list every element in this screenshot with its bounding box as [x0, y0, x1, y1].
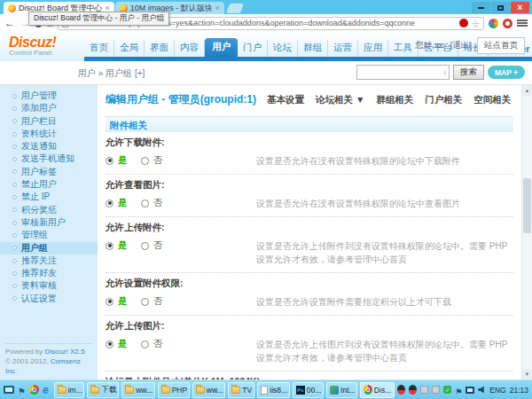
bookmark-star-icon[interactable]	[471, 15, 480, 31]
radio-yes-selected[interactable]	[106, 340, 113, 348]
tray-app-icon[interactable]	[420, 386, 428, 394]
new-tab-button[interactable]	[226, 4, 244, 13]
sidebar-item-user-fields[interactable]: 用户栏目	[0, 115, 98, 128]
nav-item-forum[interactable]: 论坛	[268, 40, 298, 57]
taskbar-button-iis-doc[interactable]: iis8...	[257, 382, 290, 398]
taskbar-button-tv[interactable]: TV	[228, 382, 254, 398]
radio-no-label[interactable]: 否	[153, 295, 163, 308]
scroll-up-icon[interactable]	[522, 85, 532, 96]
clock[interactable]: 21:13	[510, 386, 528, 395]
tab-close-icon[interactable]: ×	[215, 4, 220, 12]
sidebar-item-user-group[interactable]: 用户组	[0, 242, 98, 254]
sidebar-item-ban-ip[interactable]: 禁止 IP	[0, 191, 98, 203]
close-button[interactable]	[511, 2, 529, 13]
chrome-icon[interactable]	[29, 385, 39, 395]
nav-item-group[interactable]: 群组	[298, 40, 328, 57]
search-dropdown-icon[interactable]	[442, 67, 447, 76]
radio-no[interactable]	[141, 242, 149, 250]
nav-item-portal[interactable]: 门户	[238, 40, 268, 57]
breadcrumb[interactable]: 用户 » 用户组 [+]	[78, 67, 145, 80]
sidebar-item-recommend-friend[interactable]: 推荐好友	[0, 267, 98, 279]
taskbar-button-internet-app[interactable]: Int...	[326, 382, 357, 398]
radio-yes-label[interactable]: 是	[118, 338, 128, 350]
discuz-link[interactable]: Discuz! X2.5	[44, 348, 84, 356]
taskbar-button-php[interactable]: PHP	[158, 382, 190, 398]
browser-menu-icon[interactable]	[517, 20, 528, 27]
extension-icon[interactable]	[503, 19, 512, 28]
speaker-icon[interactable]	[478, 387, 486, 394]
sidebar-item-add-user[interactable]: 添加用户	[0, 102, 98, 114]
radio-yes-label[interactable]: 是	[118, 295, 128, 308]
adblock-icon[interactable]	[459, 19, 468, 27]
radio-no-label[interactable]: 否	[153, 338, 163, 350]
sidebar-item-credits-reward[interactable]: 积分奖惩	[0, 204, 98, 216]
sidebar-item-send-sms-notice[interactable]: 发送手机通知	[0, 153, 98, 165]
radio-no[interactable]	[141, 340, 149, 348]
radio-yes-selected[interactable]	[106, 298, 113, 306]
sidebar-item-profile-audit[interactable]: 资料审核	[0, 279, 98, 292]
sidebar-item-ban-user[interactable]: 禁止用户	[0, 178, 98, 191]
tab-forum-related[interactable]: 论坛相关 ▼	[316, 94, 364, 106]
radio-no[interactable]	[141, 200, 149, 207]
taskbar-button-downloads[interactable]: 下载	[87, 382, 119, 398]
nav-item-tools[interactable]: 工具	[388, 40, 419, 57]
internet-explorer-icon[interactable]: e	[43, 385, 49, 395]
qq-icon[interactable]	[409, 385, 417, 395]
sidebar-item-send-notice[interactable]: 发送通知	[0, 140, 98, 153]
qq-icon[interactable]	[397, 385, 405, 395]
tray-app-icon[interactable]	[432, 386, 440, 394]
action-center-flag-icon[interactable]	[455, 382, 462, 398]
sidebar-item-verify-settings[interactable]: 认证设置	[0, 293, 98, 305]
antivirus-icon[interactable]	[443, 386, 451, 394]
taskbar-button-discuz-chrome[interactable]: Dis...	[360, 382, 395, 398]
site-home-button[interactable]: 站点首页	[477, 37, 525, 54]
tab-basic-settings[interactable]: 基本设置	[267, 94, 304, 106]
language-indicator[interactable]: ENG	[489, 386, 505, 395]
scrollbar-thumb[interactable]	[523, 178, 531, 233]
windows-flag-icon[interactable]	[18, 382, 26, 398]
search-button[interactable]: 搜索	[453, 65, 484, 80]
restore-button[interactable]	[491, 2, 510, 13]
radio-yes-label[interactable]: 是	[118, 239, 128, 252]
sidebar-item-recommend-follow[interactable]: 推荐关注	[0, 254, 98, 267]
taskbar-button-photoshop[interactable]: Ps00...	[293, 382, 324, 398]
radio-yes-label[interactable]: 是	[118, 197, 128, 209]
sidebar-item-profile-stats[interactable]: 资料统计	[0, 128, 98, 140]
nav-item-operation[interactable]: 运营	[328, 40, 358, 57]
radio-yes-label[interactable]: 是	[118, 154, 128, 167]
nav-item-user[interactable]: 用户	[205, 38, 238, 57]
sidebar-item-user-tags[interactable]: 用户标签	[0, 166, 98, 178]
radio-no-label[interactable]: 否	[153, 197, 163, 209]
radio-no[interactable]	[141, 157, 149, 165]
nav-item-content[interactable]: 内容	[175, 40, 205, 57]
tab-portal-related[interactable]: 门户相关	[425, 94, 462, 106]
nav-item-interface[interactable]: 界面	[145, 40, 175, 57]
nav-item-global[interactable]: 全局	[114, 40, 145, 57]
taskbar-button-www2[interactable]: ww...	[192, 382, 226, 398]
admin-search-input[interactable]	[356, 65, 450, 80]
nav-item-application[interactable]: 应用	[358, 40, 388, 57]
show-desktop-icon[interactable]	[4, 386, 14, 394]
sidebar-item-moderate-new-user[interactable]: 审核新用户	[0, 216, 98, 229]
back-icon[interactable]	[4, 18, 15, 28]
taskbar-button-images[interactable]: im...	[54, 382, 85, 398]
radio-no-label[interactable]: 否	[153, 154, 163, 167]
network-icon[interactable]	[466, 387, 474, 394]
radio-yes-selected[interactable]	[106, 242, 113, 250]
nav-item-home[interactable]: 首页	[84, 40, 114, 57]
content-scrollbar[interactable]	[521, 85, 532, 379]
taskbar-button-www1[interactable]: ww...	[121, 382, 155, 398]
map-button[interactable]: MAP +	[488, 66, 525, 79]
radio-yes-selected[interactable]	[106, 200, 113, 207]
scroll-down-icon[interactable]	[522, 369, 532, 379]
logout-link[interactable]: [退出]	[450, 40, 472, 51]
radio-yes-selected[interactable]	[106, 157, 113, 165]
extension-icon[interactable]	[489, 19, 498, 28]
tab-group-related[interactable]: 群组相关	[376, 94, 413, 106]
minimize-button[interactable]	[472, 2, 490, 13]
sidebar-item-admin-group[interactable]: 管理组	[0, 229, 98, 241]
tab-space-related[interactable]: 空间相关	[473, 94, 511, 106]
radio-no-label[interactable]: 否	[153, 239, 163, 252]
sidebar-item-user-manage[interactable]: 用户管理	[0, 90, 98, 102]
radio-no[interactable]	[141, 298, 149, 306]
